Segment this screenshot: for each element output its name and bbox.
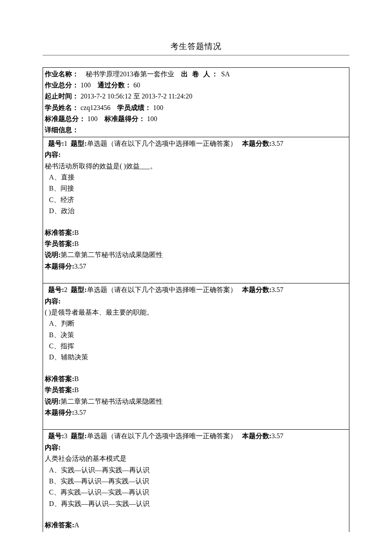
label-explanation: 说明:: [45, 251, 61, 258]
label-question-type: 题型:: [71, 286, 86, 293]
label-period: 起止时间：: [45, 92, 79, 100]
label-got-score: 本题得分:: [45, 263, 74, 270]
got-score-line: 本题得分:3.57: [45, 407, 347, 418]
question-option: A、直接: [49, 172, 347, 183]
value-explanation: 第二章第二节秘书活动成果隐匿性: [61, 398, 163, 405]
label-student-name: 学员姓名：: [45, 104, 79, 111]
value-student-name: czq123456: [81, 104, 110, 111]
question-option: A、实践—认识—再实践—再认识: [49, 465, 347, 476]
label-issuer: 出 卷 人：: [181, 70, 219, 78]
label-question-number: 题号:: [48, 432, 64, 439]
spacer: [45, 418, 347, 428]
row-detail: 详细信息：: [45, 124, 347, 136]
value-question-score: 3.57: [271, 432, 283, 439]
row-period: 起止时间： 2013-7-2 10:56:12 至 2013-7-2 11:24…: [45, 91, 347, 102]
question-headline: 题号:1 题型:单选题（请在以下几个选项中选择唯一正确答案） 本题分数:3.57: [45, 138, 347, 149]
main-content-box: 作业名称： 秘书学原理2013春第一套作业 出 卷 人： SA 作业总分： 10…: [43, 67, 349, 532]
label-total-score: 作业总分：: [45, 81, 79, 89]
value-standard-answer: A: [74, 521, 79, 529]
question-option: B、实践—再认识—再实践—认识: [49, 476, 347, 487]
question-option: A、判断: [49, 318, 347, 329]
label-content: 内容:: [45, 296, 347, 307]
spacer: [45, 272, 347, 282]
question-option: B、间接: [49, 183, 347, 194]
got-score-line: 本题得分:3.57: [45, 261, 347, 272]
spacer: [45, 363, 347, 373]
question-options: A、判断B、决策C、指挥D、辅助决策: [45, 318, 347, 363]
question-stem: 人类社会活动的基本模式是: [45, 453, 347, 464]
standard-answer-line: 标准答案:B: [45, 373, 347, 384]
value-issuer: SA: [221, 70, 230, 78]
questions-container: 题号:1 题型:单选题（请在以下几个选项中选择唯一正确答案） 本题分数:3.57…: [43, 137, 349, 532]
label-content: 内容:: [45, 149, 347, 160]
question-block: 题号:2 题型:单选题（请在以下几个选项中选择唯一正确答案） 本题分数:3.57…: [43, 283, 349, 429]
label-standard-answer: 标准答案:: [45, 229, 74, 236]
question-option: C、再实践—认识—实践—再认识: [49, 487, 347, 498]
value-question-number: 2: [64, 286, 67, 293]
label-std-got: 标准题得分：: [104, 115, 145, 122]
standard-answer-line: 标准答案:A: [45, 520, 347, 531]
label-pass-score: 通过分数：: [98, 81, 132, 89]
row-std-score: 标准题总分： 100 标准题得分： 100: [45, 113, 347, 124]
question-option: B、决策: [49, 330, 347, 341]
label-question-score: 本题分数:: [242, 432, 271, 439]
value-question-number: 3: [64, 432, 67, 439]
row-student-name: 学员姓名： czq123456 学员成绩： 100: [45, 102, 347, 113]
row-assignment-name: 作业名称： 秘书学原理2013春第一套作业 出 卷 人： SA: [45, 69, 347, 80]
value-question-type: 单选题（请在以下几个选项中选择唯一正确答案）: [87, 140, 237, 147]
explanation-line: 说明:第二章第二节秘书活动成果隐匿性: [45, 249, 347, 260]
label-question-number: 题号:: [48, 286, 64, 293]
row-total-score: 作业总分： 100 通过分数： 60: [45, 80, 347, 91]
question-headline: 题号:2 题型:单选题（请在以下几个选项中选择唯一正确答案） 本题分数:3.57: [45, 284, 347, 295]
value-student-answer: B: [74, 386, 79, 393]
label-assignment-name: 作业名称：: [45, 70, 79, 78]
label-student-answer: 学员答案:: [45, 240, 74, 247]
question-stem: 秘书活动所取得的效益是( )效益___。: [45, 161, 347, 172]
assignment-header: 作业名称： 秘书学原理2013春第一套作业 出 卷 人： SA 作业总分： 10…: [43, 68, 349, 137]
value-pass-score: 60: [133, 81, 140, 89]
value-got-score: 3.57: [74, 409, 86, 416]
question-option: C、指挥: [49, 341, 347, 352]
value-std-total: 100: [87, 115, 98, 122]
question-option: D、再实践—再认识—实践—认识: [49, 498, 347, 509]
page-title: 考生答题情况: [43, 40, 349, 53]
value-standard-answer: B: [74, 229, 79, 236]
label-standard-answer: 标准答案:: [45, 521, 74, 529]
question-option: D、政治: [49, 205, 347, 217]
label-student-score: 学员成绩：: [117, 104, 151, 111]
question-option: D、辅助决策: [49, 352, 347, 363]
label-standard-answer: 标准答案:: [45, 375, 74, 382]
value-standard-answer: B: [74, 375, 79, 382]
question-stem: ( )是领导者最基本、最主要的职能。: [45, 307, 347, 318]
value-student-answer: B: [74, 240, 79, 247]
value-student-score: 100: [153, 104, 163, 111]
title-divider: [43, 55, 349, 55]
value-question-type: 单选题（请在以下几个选项中选择唯一正确答案）: [87, 286, 237, 293]
label-question-score: 本题分数:: [242, 286, 271, 293]
question-option: C、经济: [49, 194, 347, 205]
value-question-number: 1: [64, 140, 67, 147]
question-options: A、直接B、间接C、经济D、政治: [45, 172, 347, 217]
student-answer-line: 学员答案:B: [45, 384, 347, 396]
spacer: [45, 509, 347, 520]
label-question-type: 题型:: [71, 140, 86, 147]
standard-answer-line: 标准答案:B: [45, 227, 347, 238]
value-explanation: 第二章第二节秘书活动成果隐匿性: [61, 251, 163, 258]
question-headline: 题号:3 题型:单选题（请在以下几个选项中选择唯一正确答案） 本题分数:3.57: [45, 431, 347, 442]
label-question-type: 题型:: [71, 432, 86, 439]
question-options: A、实践—认识—再实践—再认识B、实践—再认识—再实践—认识C、再实践—认识—实…: [45, 465, 347, 510]
value-question-score: 3.57: [271, 140, 283, 147]
label-question-number: 题号:: [48, 140, 64, 147]
value-total-score: 100: [81, 81, 91, 89]
value-got-score: 3.57: [74, 263, 86, 270]
label-std-total: 标准题总分：: [45, 115, 86, 122]
label-explanation: 说明:: [45, 398, 61, 405]
label-content: 内容:: [45, 442, 347, 453]
value-std-got: 100: [147, 115, 157, 122]
value-question-score: 3.57: [271, 286, 283, 293]
question-block: 题号:1 题型:单选题（请在以下几个选项中选择唯一正确答案） 本题分数:3.57…: [43, 137, 349, 283]
value-assignment-name: 秘书学原理2013春第一套作业: [86, 70, 174, 78]
spacer: [45, 217, 347, 227]
question-block: 题号:3 题型:单选题（请在以下几个选项中选择唯一正确答案） 本题分数:3.57…: [43, 429, 349, 532]
label-question-score: 本题分数:: [242, 140, 271, 147]
